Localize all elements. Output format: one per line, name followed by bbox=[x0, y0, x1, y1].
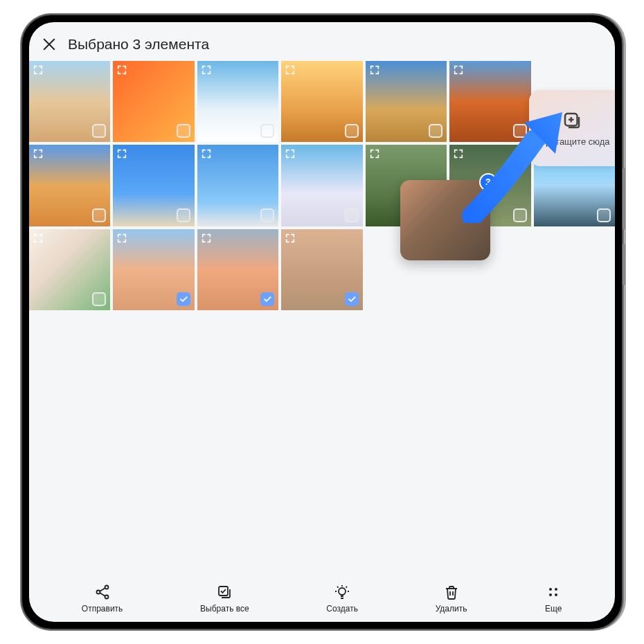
expand-icon[interactable] bbox=[285, 148, 296, 159]
device-side-button bbox=[623, 244, 625, 285]
photo-thumbnail bbox=[113, 229, 194, 310]
more-button[interactable]: Еще bbox=[544, 583, 562, 614]
select-all-button[interactable]: Выбрать все bbox=[200, 583, 249, 614]
photo-cell[interactable] bbox=[281, 61, 362, 142]
close-icon[interactable] bbox=[42, 37, 57, 52]
photo-cell[interactable] bbox=[281, 229, 362, 310]
select-checkbox[interactable] bbox=[260, 124, 274, 138]
expand-icon[interactable] bbox=[201, 64, 212, 75]
dragged-stack[interactable]: 3 bbox=[400, 180, 490, 260]
select-checkbox[interactable] bbox=[345, 208, 359, 222]
selection-header: Выбрано 3 элемента bbox=[29, 22, 615, 61]
select-checkbox[interactable] bbox=[429, 124, 442, 138]
select-checkbox[interactable] bbox=[92, 208, 106, 222]
photo-cell[interactable] bbox=[113, 61, 194, 142]
select-all-icon bbox=[215, 583, 233, 601]
photo-cell[interactable] bbox=[197, 145, 278, 226]
expand-icon[interactable] bbox=[201, 148, 212, 159]
svg-point-7 bbox=[555, 588, 557, 591]
select-checkbox[interactable] bbox=[177, 124, 190, 138]
more-icon bbox=[544, 583, 562, 601]
photo-cell[interactable] bbox=[366, 61, 447, 142]
expand-icon[interactable] bbox=[116, 148, 127, 159]
selection-count-title: Выбрано 3 элемента bbox=[68, 36, 209, 53]
photo-cell[interactable] bbox=[281, 145, 362, 226]
create-label: Создать bbox=[326, 604, 358, 614]
delete-button[interactable]: Удалить bbox=[436, 583, 467, 614]
add-stack-icon bbox=[562, 110, 582, 131]
tablet-frame: Выбрано 3 элемента Перетащите сюда 3 bbox=[21, 14, 623, 630]
bottom-toolbar: Отправить Выбрать все bbox=[29, 583, 615, 614]
photo-cell[interactable] bbox=[197, 61, 278, 142]
photo-cell[interactable] bbox=[113, 145, 194, 226]
photo-cell[interactable] bbox=[29, 229, 110, 310]
more-label: Еще bbox=[545, 604, 562, 614]
select-all-label: Выбрать все bbox=[200, 604, 249, 614]
trash-icon bbox=[442, 583, 460, 601]
expand-icon[interactable] bbox=[33, 64, 44, 75]
select-checkbox[interactable] bbox=[177, 292, 190, 306]
select-checkbox[interactable] bbox=[260, 292, 274, 306]
select-checkbox[interactable] bbox=[92, 124, 106, 138]
svg-point-8 bbox=[549, 593, 552, 596]
select-checkbox[interactable] bbox=[345, 124, 359, 138]
delete-label: Удалить bbox=[436, 604, 467, 614]
expand-icon[interactable] bbox=[285, 233, 296, 244]
select-checkbox[interactable] bbox=[92, 292, 106, 306]
device-side-button bbox=[623, 168, 625, 230]
select-checkbox[interactable] bbox=[513, 208, 527, 222]
select-checkbox[interactable] bbox=[260, 208, 274, 222]
select-checkbox[interactable] bbox=[177, 208, 190, 222]
expand-icon[interactable] bbox=[33, 148, 44, 159]
expand-icon[interactable] bbox=[369, 64, 380, 75]
svg-point-5 bbox=[339, 588, 346, 595]
select-checkbox[interactable] bbox=[513, 124, 527, 138]
expand-icon[interactable] bbox=[369, 148, 380, 159]
expand-icon[interactable] bbox=[201, 233, 212, 244]
svg-rect-4 bbox=[219, 587, 228, 596]
share-icon bbox=[93, 583, 111, 601]
create-button[interactable]: Создать bbox=[326, 583, 358, 614]
select-checkbox[interactable] bbox=[597, 208, 611, 222]
dragged-thumbnail bbox=[400, 180, 490, 260]
select-checkbox[interactable] bbox=[345, 292, 359, 306]
send-label: Отправить bbox=[82, 604, 123, 614]
photo-cell[interactable] bbox=[113, 229, 194, 310]
photo-thumbnail bbox=[197, 229, 278, 310]
screen: Выбрано 3 элемента Перетащите сюда 3 bbox=[29, 22, 615, 622]
drag-count-badge: 3 bbox=[479, 173, 497, 191]
svg-point-9 bbox=[555, 593, 557, 596]
expand-icon[interactable] bbox=[453, 64, 464, 75]
expand-icon[interactable] bbox=[285, 64, 296, 75]
photo-thumbnail bbox=[281, 229, 362, 310]
expand-icon[interactable] bbox=[33, 233, 44, 244]
photo-cell[interactable] bbox=[197, 229, 278, 310]
expand-icon[interactable] bbox=[116, 64, 127, 75]
drop-zone[interactable]: Перетащите сюда bbox=[529, 90, 615, 166]
lightbulb-icon bbox=[333, 583, 351, 601]
expand-icon[interactable] bbox=[453, 148, 464, 159]
photo-grid bbox=[29, 61, 615, 310]
photo-cell[interactable] bbox=[29, 61, 110, 142]
svg-point-6 bbox=[549, 588, 552, 591]
drop-zone-label: Перетащите сюда bbox=[534, 136, 609, 147]
photo-cell[interactable] bbox=[449, 61, 530, 142]
send-button[interactable]: Отправить bbox=[82, 583, 123, 614]
photo-cell[interactable] bbox=[29, 145, 110, 226]
expand-icon[interactable] bbox=[116, 233, 127, 244]
